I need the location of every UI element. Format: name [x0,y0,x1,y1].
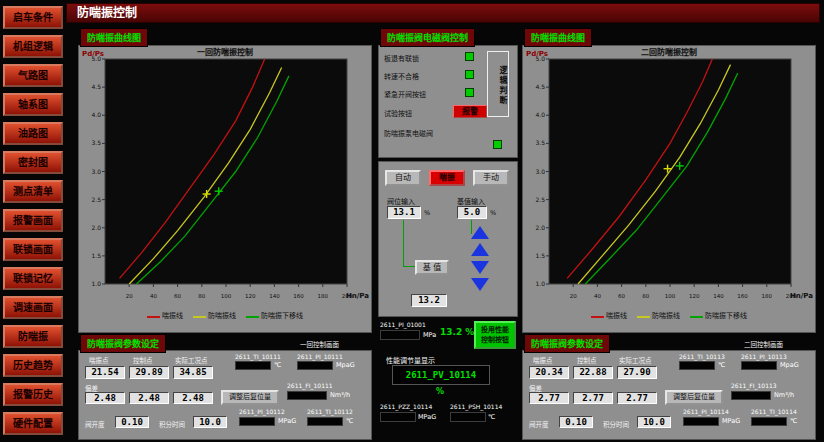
svg-text:1.0: 1.0 [535,280,545,287]
increment-arrow-1[interactable] [471,226,489,239]
svg-text:160: 160 [737,293,748,299]
sidebar-item-oil-diagram[interactable]: 油路图 [3,122,63,145]
surge-point-value[interactable]: 21.54 [85,366,125,379]
engage-performance-button[interactable]: 投用性能 控制按钮 [474,321,516,349]
sidebar-item-hardware-config[interactable]: 硬件配置 [3,412,63,435]
svg-text:20: 20 [126,293,133,299]
integral-time-value[interactable]: 10.0 [637,416,671,428]
svg-text:4.0: 4.0 [535,111,545,118]
page-title: 防喘振控制 [66,3,820,23]
reset-after-adjust-button[interactable]: 调整后复位量 [221,390,279,405]
deviation-value-3[interactable]: 2.48 [173,392,213,404]
svg-text:60: 60 [618,293,625,299]
svg-text:140: 140 [269,293,280,299]
fi-10113-value-box [731,391,771,400]
ti-10111-unit: ℃ [274,361,281,369]
sidebar-item-point-list[interactable]: 测点清单 [3,180,63,203]
decrement-arrow-2[interactable] [471,278,489,291]
base-input-field[interactable]: 5.0 [457,206,487,219]
increment-arrow-2[interactable] [471,243,489,256]
emerg-open-led [465,88,474,97]
emerg-open-label: 紧急开阀按钮 [384,89,426,99]
deviation-value-1[interactable]: 2.77 [529,392,569,404]
svg-text:3.0: 3.0 [535,168,545,175]
connector-line [403,220,404,266]
surge-indicator-button[interactable]: 喘振 [429,170,465,186]
reset-after-adjust-button[interactable]: 调整后复位量 [665,390,723,405]
sidebar-item-history-trend[interactable]: 历史趋势 [3,354,63,377]
interlock-led [465,52,474,61]
auto-mode-button[interactable]: 自动 [385,170,421,186]
sidebar-item-alarm-history[interactable]: 报警历史 [3,383,63,406]
right-chart-legend: 喘振线 防喘振线 防喘振下移线 [523,310,815,320]
valve-output-field[interactable]: 13.2 [411,294,447,307]
pv-10114-unit: % [436,387,444,396]
pi-01001-value-box [380,330,420,340]
sidebar-item-gas-diagram[interactable]: 气路图 [3,64,63,87]
pzz-10114-value-box [380,412,416,422]
psh-10114-value-box [450,412,486,422]
control-point-value[interactable]: 29.89 [129,366,169,379]
speed-fail-label: 转速不合格 [384,71,419,81]
pump-solenoid-led [493,140,502,149]
pi-10111-unit: MpaG [336,361,355,369]
sidebar-item-unit-logic[interactable]: 机组逻辑 [3,35,63,58]
sidebar-item-seal-diagram[interactable]: 密封图 [3,151,63,174]
legend-label: 喘振线 [606,312,627,320]
operating-point-value[interactable]: 34.85 [173,366,213,379]
control-point-value[interactable]: 22.88 [573,366,613,379]
pi-10113-tag: 2611_PI_10113 [741,353,787,360]
solenoid-panel-header: 防喘振阀电磁阀控制 [380,28,475,47]
legend-line-surge [147,316,160,318]
deviation-value-3[interactable]: 2.77 [617,392,657,404]
test-button-label: 试验按钮 [384,108,412,118]
decrement-arrow-1[interactable] [471,261,489,274]
valve-input-field[interactable]: 13.1 [387,206,421,219]
sidebar-item-anti-surge[interactable]: 防喘振 [3,325,63,348]
svg-text:180: 180 [762,293,773,299]
sidebar-item-start-conditions[interactable]: 启车条件 [3,6,63,29]
interlock-label: 板退有联锁 [384,53,419,63]
base-value-button[interactable]: 基 值 [415,260,449,275]
legend-line-shifted [246,316,259,318]
svg-text:140: 140 [713,293,724,299]
left-params-header: 防喘振阀参数设定 [80,334,166,353]
valve-opening-value[interactable]: 0.10 [559,416,593,428]
manual-mode-button[interactable]: 手动 [473,170,509,186]
deviation-value-1[interactable]: 2.48 [85,392,125,404]
ti-10111-value-box [235,361,271,370]
svg-text:40: 40 [150,293,157,299]
svg-text:200: 200 [342,293,353,299]
valve-percent-readout: 13.2 % [440,327,474,337]
ti-10112-unit: ℃ [346,417,353,425]
ti-10114-unit: ℃ [790,417,797,425]
valve-opening-value[interactable]: 0.10 [115,416,149,428]
deviation-value-2[interactable]: 2.48 [129,392,169,404]
fi-10111-unit: Nm³/h [330,391,350,399]
surge-point-value[interactable]: 20.34 [529,366,569,379]
sidebar-item-interlock-memory[interactable]: 联锁记忆 [3,267,63,290]
right-chart-panel: 二回防喘振控制Pd/PsHn/Pa1.01.52.02.53.03.54.04.… [522,45,816,333]
right-params-header: 防喘振阀参数设定 [524,334,610,353]
legend-label: 防喘振下移线 [261,312,303,320]
sidebar-item-speed-screen[interactable]: 调速画面 [3,296,63,319]
right-surge-chart: 二回防喘振控制Pd/PsHn/Pa1.01.52.02.53.03.54.04.… [523,46,815,308]
pi-10112-tag: 2611_PI_10112 [239,408,285,415]
fi-10111-tag: 2611_FI_10111 [287,382,333,389]
sidebar-item-shaft-diagram[interactable]: 轴系图 [3,93,63,116]
operating-point-value[interactable]: 27.90 [617,366,657,379]
svg-text:2.5: 2.5 [91,196,101,203]
legend-line-antisurge [637,316,650,318]
control-point-label: 控制点 [577,355,597,365]
surge-point-label: 喘振点 [89,355,109,365]
pi-10114-unit: MPaG [722,417,740,425]
fi-10113-tag: 2611_FI_10113 [731,382,777,389]
integral-time-value[interactable]: 10.0 [193,416,227,428]
svg-text:2.0: 2.0 [91,224,101,231]
svg-text:40: 40 [594,293,601,299]
svg-text:5.0: 5.0 [535,55,545,62]
svg-text:100: 100 [221,293,232,299]
sidebar-item-alarm-screen[interactable]: 报警画面 [3,209,63,232]
sidebar-item-interlock-screen[interactable]: 联锁画面 [3,238,63,261]
deviation-value-2[interactable]: 2.77 [573,392,613,404]
